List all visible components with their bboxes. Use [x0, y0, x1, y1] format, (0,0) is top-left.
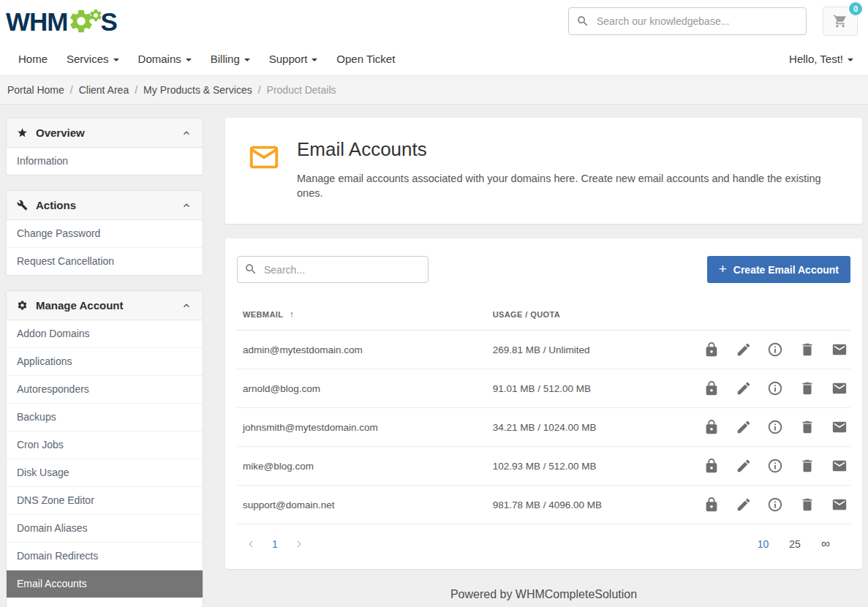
sidebar-item-email-deliverability[interactable]: Email Deliverability	[7, 597, 203, 607]
webmail-login-button[interactable]	[831, 458, 848, 474]
webmail-login-button[interactable]	[831, 419, 848, 435]
change-password-button[interactable]	[703, 497, 720, 513]
table-row: support@domain.net 981.78 MB / 4096.00 M…	[237, 486, 850, 524]
webmail-cell: admin@mytestdomain.com	[237, 331, 487, 369]
delete-button[interactable]	[799, 419, 815, 435]
nav-open-ticket[interactable]: Open Ticket	[327, 53, 404, 65]
change-password-button[interactable]	[703, 342, 720, 358]
lock-icon	[703, 342, 720, 358]
nav-open-ticket-label: Open Ticket	[336, 53, 395, 65]
page-number-1[interactable]: 1	[272, 538, 278, 550]
edit-button[interactable]	[736, 419, 752, 435]
cart-icon	[833, 14, 848, 29]
pager: 1	[244, 538, 306, 551]
sidebar-item-request-cancellation[interactable]: Request Cancellation	[7, 247, 203, 275]
sidebar-item-applications[interactable]: Applications	[7, 347, 203, 375]
pagination: 1 10 25 ∞	[237, 524, 850, 559]
details-button[interactable]	[767, 497, 783, 513]
nav-billing-label: Billing	[211, 53, 240, 65]
page-size-10[interactable]: 10	[758, 538, 769, 550]
breadcrumb-products-services[interactable]: My Products & Services	[143, 84, 252, 96]
pencil-icon	[736, 419, 752, 435]
cart-count-badge: 0	[848, 1, 864, 17]
delete-button[interactable]	[799, 380, 815, 396]
info-icon	[767, 497, 783, 513]
breadcrumb-separator: /	[258, 84, 261, 96]
gear-icon	[17, 300, 28, 311]
sidebar-item-domain-aliases[interactable]: Domain Aliases	[7, 514, 203, 542]
previous-page-button[interactable]	[244, 538, 257, 551]
nav-home[interactable]: Home	[9, 53, 57, 65]
sidebar-item-disk-usage[interactable]: Disk Usage	[7, 459, 203, 486]
info-icon	[767, 458, 783, 474]
breadcrumb-portal-home[interactable]: Portal Home	[7, 84, 64, 96]
nav-domains[interactable]: Domains	[129, 53, 201, 65]
logo-text-whm: WHM	[6, 9, 67, 34]
manage-account-panel-header[interactable]: Manage Account	[7, 291, 203, 320]
powered-by-footer: Powered by WHMCompleteSolution	[225, 569, 862, 607]
sidebar-item-information[interactable]: Information	[7, 148, 203, 175]
delete-button[interactable]	[799, 342, 815, 358]
knowledgebase-search-input[interactable]	[568, 7, 807, 35]
email-accounts-table: WEBMAIL ↑ USAGE / QUOTA admin@mytestdoma…	[237, 299, 850, 524]
details-button[interactable]	[767, 342, 783, 358]
details-button[interactable]	[767, 458, 783, 474]
manage-account-panel-title: Manage Account	[36, 299, 181, 312]
logo-text-s: S	[100, 9, 116, 34]
details-button[interactable]	[767, 419, 783, 435]
edit-button[interactable]	[736, 380, 752, 396]
breadcrumb-current: Product Details	[267, 84, 336, 96]
sidebar-item-dns-zone-editor[interactable]: DNS Zone Editor	[7, 486, 203, 514]
sidebar-item-change-password[interactable]: Change Password	[7, 220, 203, 247]
change-password-button[interactable]	[703, 380, 720, 396]
webmail-login-button[interactable]	[831, 497, 848, 513]
whmcs-logo[interactable]: WHM S	[6, 7, 117, 35]
create-email-account-button[interactable]: + Create Email Account	[707, 256, 850, 283]
table-row: mike@blog.com 102.93 MB / 512.00 MB	[237, 447, 850, 486]
user-menu[interactable]: Hello, Test!	[783, 53, 859, 65]
column-header-webmail[interactable]: WEBMAIL ↑	[237, 299, 487, 331]
actions-panel: Actions Change Password Request Cancella…	[6, 190, 203, 276]
webmail-login-button[interactable]	[831, 380, 848, 396]
nav-support[interactable]: Support	[260, 53, 328, 65]
change-password-button[interactable]	[703, 458, 720, 474]
nav-services-label: Services	[67, 53, 109, 65]
edit-button[interactable]	[736, 342, 752, 358]
sidebar-item-addon-domains[interactable]: Addon Domains	[7, 320, 203, 347]
chevron-left-icon	[244, 538, 257, 551]
webmail-cell: mike@blog.com	[237, 447, 487, 486]
usage-cell: 91.01 MB / 512.00 MB	[487, 369, 684, 408]
nav-billing[interactable]: Billing	[201, 53, 260, 65]
next-page-button[interactable]	[293, 538, 306, 551]
delete-button[interactable]	[799, 497, 815, 513]
column-header-usage-quota[interactable]: USAGE / QUOTA	[487, 299, 684, 331]
cart-button[interactable]: 0	[823, 7, 858, 36]
overview-panel-header[interactable]: Overview	[7, 118, 203, 148]
sidebar-item-email-accounts[interactable]: Email Accounts	[7, 570, 203, 597]
change-password-button[interactable]	[703, 419, 720, 435]
page-size-25[interactable]: 25	[789, 538, 801, 550]
envelope-icon	[831, 497, 848, 513]
delete-button[interactable]	[799, 458, 815, 474]
nav-services[interactable]: Services	[57, 53, 129, 65]
info-icon	[767, 342, 783, 358]
page-size-all-infinity-icon[interactable]: ∞	[821, 537, 830, 551]
edit-button[interactable]	[736, 458, 752, 474]
webmail-cell: johnsmith@mytestdomain.com	[237, 408, 487, 447]
manage-account-panel-body: Addon Domains Applications Autoresponder…	[7, 320, 203, 607]
sidebar-item-domain-redirects[interactable]: Domain Redirects	[7, 542, 203, 570]
sidebar-item-backups[interactable]: Backups	[7, 403, 203, 431]
main-navigation: Home Services Domains Billing Support Op…	[0, 42, 868, 75]
breadcrumb-client-area[interactable]: Client Area	[79, 84, 129, 96]
chevron-up-icon	[181, 127, 192, 139]
overview-panel-body: Information	[7, 148, 203, 175]
actions-panel-header[interactable]: Actions	[7, 191, 203, 220]
sidebar-item-cron-jobs[interactable]: Cron Jobs	[7, 431, 203, 459]
webmail-cell: support@domain.net	[237, 486, 487, 524]
webmail-login-button[interactable]	[831, 342, 848, 358]
table-search-input[interactable]	[237, 256, 429, 283]
edit-button[interactable]	[736, 497, 752, 513]
row-actions	[684, 447, 850, 486]
sidebar-item-autoresponders[interactable]: Autoresponders	[7, 375, 203, 403]
details-button[interactable]	[767, 380, 783, 396]
